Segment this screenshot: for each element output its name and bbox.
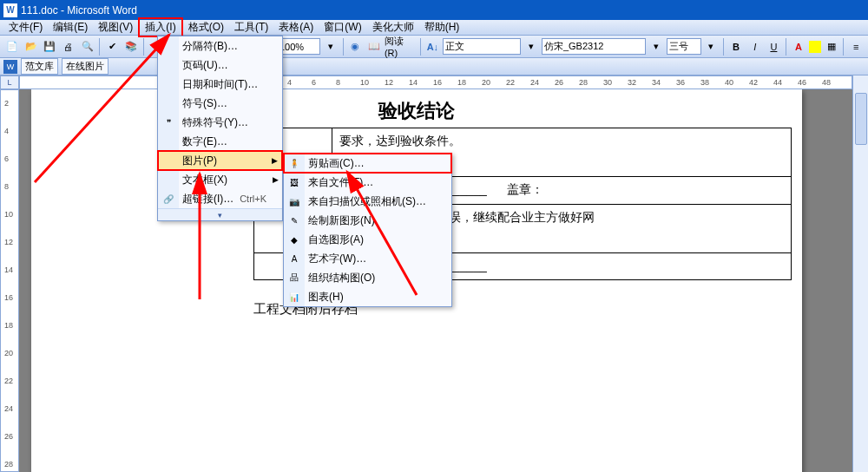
insert-menu-item[interactable]: 日期和时间(T)… xyxy=(158,75,282,94)
picture-menu-item[interactable]: A艺术字(W)… xyxy=(284,249,451,268)
picture-menu-item[interactable]: 品组织结构图(O) xyxy=(284,268,451,287)
ruler-tick: 6 xyxy=(4,154,9,163)
ruler-tick: 2 xyxy=(4,99,9,108)
picture-menu-item[interactable]: ◆自选图形(A) xyxy=(284,230,451,249)
menu-编辑[interactable]: 编辑(E) xyxy=(48,19,93,36)
style-icon[interactable]: A↓ xyxy=(424,38,442,56)
ruler-tick: 10 xyxy=(4,210,13,219)
insert-menu-item[interactable]: ❞特殊符号(Y)… xyxy=(158,113,282,132)
standard-toolbar: 📄 📂 💾 🖨 🔍 ✔ 📚 ▾ ◉ 📖 阅读(R) A↓ ▾ ▾ ▾ B I U… xyxy=(0,36,868,58)
style-dropdown-icon[interactable]: ▾ xyxy=(523,38,540,56)
menu-item-label: 页码(U)… xyxy=(182,58,228,73)
spellcheck-icon[interactable]: ✔ xyxy=(103,38,121,56)
template-lib-icon[interactable]: W xyxy=(3,60,17,74)
ruler-tick: 34 xyxy=(652,78,661,87)
ruler-tick: 20 xyxy=(482,78,490,87)
menu-格式[interactable]: 格式(O) xyxy=(183,19,229,36)
ruler-tick: 14 xyxy=(4,266,13,274)
insert-menu-item[interactable]: 页码(U)… xyxy=(158,56,282,75)
chevron-down-icon: ▾ xyxy=(218,211,222,220)
online-image-button[interactable]: 在线图片 xyxy=(62,58,108,75)
insert-menu-item[interactable]: 数字(E)… xyxy=(158,132,282,151)
read-label[interactable]: 阅读(R) xyxy=(385,35,417,58)
menu-窗口[interactable]: 窗口(W) xyxy=(319,19,366,36)
print-icon[interactable]: 🖨 xyxy=(60,38,77,56)
picture-menu-item[interactable]: 📷来自扫描仪或照相机(S)… xyxy=(284,192,451,211)
menu-表格[interactable]: 表格(A) xyxy=(273,19,319,36)
bold-icon[interactable]: B xyxy=(727,38,745,56)
fontsize-dropdown-icon[interactable]: ▾ xyxy=(703,38,720,56)
vertical-scrollbar[interactable] xyxy=(852,75,868,472)
menu-美化大师[interactable]: 美化大师 xyxy=(367,19,419,36)
secondary-toolbar: W 范文库 在线图片 xyxy=(0,58,868,75)
ruler-tick: 32 xyxy=(628,78,636,87)
insert-menu-item[interactable]: 文本框(X)▶ xyxy=(158,170,282,189)
insert-menu-item[interactable]: 🔗超链接(I)…Ctrl+K xyxy=(158,189,282,208)
font-combo[interactable] xyxy=(542,38,646,55)
scrollbar-thumb[interactable] xyxy=(855,93,867,145)
italic-icon[interactable]: I xyxy=(746,38,764,56)
separator xyxy=(843,38,844,56)
cell-text: 盖章： xyxy=(507,182,543,196)
style-combo[interactable] xyxy=(443,38,521,55)
menu-文件[interactable]: 文件(F) xyxy=(3,19,48,36)
insert-menu-item[interactable]: 分隔符(B)… xyxy=(158,36,282,56)
ruler-tick: 4 xyxy=(4,127,9,135)
research-icon[interactable]: 📚 xyxy=(122,38,140,56)
picture-menu-item[interactable]: 📊图表(H) xyxy=(284,287,451,306)
underline-icon[interactable]: U xyxy=(766,38,783,56)
insert-menu-item[interactable]: 图片(P)▶ xyxy=(158,151,282,170)
new-doc-icon[interactable]: 📄 xyxy=(3,38,21,56)
menu-item-icon: 🖼 xyxy=(287,175,301,189)
menu-item-label: 图片(P) xyxy=(182,154,217,168)
highlight-icon[interactable] xyxy=(809,41,821,53)
ruler-tick: 8 xyxy=(336,78,340,87)
ruler-tick: 24 xyxy=(4,404,13,413)
zoom-combo[interactable] xyxy=(277,38,320,55)
picture-menu-item[interactable]: 🖼来自文件(F)… xyxy=(284,173,451,192)
ruler-tick: 46 xyxy=(798,78,806,87)
menu-工具[interactable]: 工具(T) xyxy=(229,19,273,36)
help-icon[interactable]: ◉ xyxy=(347,38,365,56)
font-dropdown-icon[interactable]: ▾ xyxy=(648,38,665,56)
ruler-tick: 36 xyxy=(676,78,685,87)
ruler-tick: 42 xyxy=(749,78,758,87)
menu-item-label: 组织结构图(O) xyxy=(308,271,375,285)
zoom-dropdown-icon[interactable]: ▾ xyxy=(322,38,339,56)
open-icon[interactable]: 📂 xyxy=(23,38,40,56)
menu-item-label: 来自扫描仪或照相机(S)… xyxy=(308,194,426,209)
separator xyxy=(343,38,344,56)
fontsize-combo[interactable] xyxy=(667,38,701,55)
menu-视图[interactable]: 视图(V) xyxy=(93,19,138,36)
insert-menu-item[interactable]: 符号(S)… xyxy=(158,94,282,113)
menu-expand-bar[interactable]: ▾ xyxy=(158,208,282,220)
insert-menu: 分隔符(B)…页码(U)…日期和时间(T)…符号(S)…❞特殊符号(Y)…数字(… xyxy=(157,36,283,221)
picture-menu-item[interactable]: 🧍剪贴画(C)… xyxy=(284,154,451,173)
menu-item-icon: 📷 xyxy=(287,194,301,208)
ruler-tick: 28 xyxy=(4,460,13,469)
horizontal-ruler[interactable]: 2468101214161820222426283032343638404244… xyxy=(19,75,852,89)
separator xyxy=(723,38,724,56)
separator xyxy=(786,38,786,56)
save-icon[interactable]: 💾 xyxy=(41,38,58,56)
menu-插入[interactable]: 插入(I) xyxy=(138,17,182,37)
menu-帮助[interactable]: 帮助(H) xyxy=(419,19,465,36)
shading-icon[interactable]: ▦ xyxy=(823,38,840,56)
menubar: 文件(F)编辑(E)视图(V)插入(I)格式(O)工具(T)表格(A)窗口(W)… xyxy=(0,20,868,36)
template-library-button[interactable]: 范文库 xyxy=(21,58,58,75)
ruler-tick: 12 xyxy=(4,238,13,246)
separator xyxy=(143,38,144,56)
menu-item-label: 绘制新图形(N) xyxy=(308,213,375,228)
vertical-ruler[interactable]: 246810121416182022242628 xyxy=(0,89,19,472)
menu-item-icon: A xyxy=(287,252,301,266)
picture-menu-item[interactable]: ✎绘制新图形(N) xyxy=(284,211,451,230)
ruler-tick: 26 xyxy=(555,78,563,87)
read-mode-icon[interactable]: 📖 xyxy=(365,38,383,56)
preview-icon[interactable]: 🔍 xyxy=(79,38,96,56)
titlebar: W 111.doc - Microsoft Word xyxy=(0,0,868,20)
word-app-icon: W xyxy=(3,3,17,17)
ruler-tick: 48 xyxy=(822,78,831,87)
align-left-icon[interactable]: ≡ xyxy=(847,38,865,56)
ruler-tick: 44 xyxy=(773,78,782,87)
font-color-icon[interactable]: A xyxy=(790,38,807,56)
